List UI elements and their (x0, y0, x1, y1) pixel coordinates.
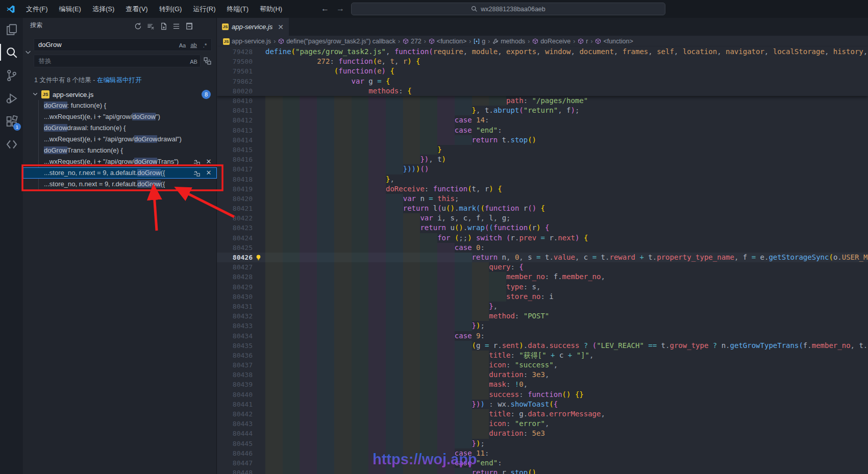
indent-guide (420, 96, 437, 106)
run-debug-icon[interactable] (0, 87, 23, 110)
result-row-7[interactable]: ...store_no, r.next = 9, a.default.doGro… (23, 167, 217, 179)
navigate-back-icon[interactable]: ← (318, 0, 332, 18)
code-line-80441[interactable]: 80441})) : wx.showToast({ (217, 400, 868, 409)
result-row-2[interactable]: ...wxRequest)(e, i + "api/grow/doGrow") (23, 111, 217, 122)
token (571, 390, 575, 398)
menu-item-7[interactable]: 帮助(H) (254, 0, 288, 18)
code-line-80442[interactable]: 80442title: g.data.errorMessage, (217, 409, 868, 419)
menu-item-1[interactable]: 编辑(E) (54, 0, 87, 18)
replace-all-icon[interactable] (203, 57, 212, 65)
command-center-searchbox[interactable]: wx28881238baa06aeb (351, 3, 665, 15)
code-line-80436[interactable]: 80436title: "获得[" + c + "]", (217, 351, 868, 360)
code-line-80434[interactable]: 80434case 9: (217, 331, 868, 341)
open-new-search-editor-icon[interactable] (159, 21, 168, 31)
toggle-replace-chevron-icon[interactable] (24, 48, 33, 57)
breadcrumb-item-2[interactable]: 272 (403, 38, 421, 45)
code-line-80411[interactable]: 80411}, t.abrupt("return", f); (217, 106, 868, 115)
menu-item-5[interactable]: 运行(R) (187, 0, 221, 18)
dismiss-icon[interactable]: ✕ (205, 169, 213, 177)
search-view-icon[interactable] (0, 41, 23, 64)
code-line-80414[interactable]: 80414return t.stop() (217, 135, 868, 145)
code-line-80437[interactable]: 80437icon: "success", (217, 360, 868, 370)
code-line-80429[interactable]: 80429type: s, (217, 282, 868, 292)
breadcrumb-item-5[interactable]: methods (492, 38, 525, 45)
clear-search-results-icon[interactable] (146, 21, 155, 31)
code-line-80431[interactable]: 80431}, (217, 302, 868, 311)
code-line-80422[interactable]: 80422var i, s, c, f, l, g; (217, 213, 868, 223)
code-line-80447[interactable]: 80447case "end": (217, 458, 868, 468)
code-line-80438[interactable]: 80438duration: 3e3, (217, 370, 868, 380)
code-line-80439[interactable]: 80439mask: !0, (217, 380, 868, 389)
code-line-80428[interactable]: 80428member_no: f.member_no, (217, 272, 868, 282)
code-line-80420[interactable]: 80420var n = this; (217, 194, 868, 204)
dismiss-icon[interactable]: ✕ (205, 158, 213, 166)
tab-app-service[interactable]: JS app-service.js ✕ (217, 18, 289, 36)
source-control-icon[interactable] (0, 64, 23, 87)
code-line-79862[interactable]: 79862var g = { (217, 77, 868, 86)
code-line-80419[interactable]: 80419doReceive: function(t, r) { (217, 184, 868, 194)
code-line-80413[interactable]: 80413case "end": (217, 126, 868, 135)
breadcrumb-item-0[interactable]: JSapp-service.js (223, 38, 271, 45)
code-line-80416[interactable]: 80416}), t) (217, 155, 868, 164)
code-line-80435[interactable]: 80435(g = r.sent).data.success ? ("LEV_R… (217, 341, 868, 351)
code-line-79501[interactable]: 79501(function(e) { (217, 66, 868, 76)
code-line-80444[interactable]: 80444duration: 5e3 (217, 429, 868, 438)
code-line-80417[interactable]: 80417})))() (217, 164, 868, 174)
code-line-80433[interactable]: 80433}); (217, 321, 868, 331)
menu-item-2[interactable]: 选择(S) (87, 0, 120, 18)
result-row-4[interactable]: ...wxRequest)(e, i + "/api/grow/doGrowdr… (23, 134, 217, 145)
menu-item-6[interactable]: 终端(T) (221, 0, 254, 18)
result-row-5[interactable]: doGrowTrans: function(e) { (23, 145, 217, 156)
code-line-79500[interactable]: 79500272: function(e, t, r) { (217, 57, 868, 66)
close-tab-icon[interactable]: ✕ (278, 23, 284, 31)
result-file-row[interactable]: JS app-service.js 8 (23, 89, 217, 100)
breadcrumb-item-7[interactable]: r (578, 38, 588, 45)
breadcrumb-item-4[interactable]: g (474, 38, 485, 45)
code-line-80440[interactable]: 80440success: function() {} (217, 390, 868, 400)
code-line-79428[interactable]: 79428define("pages/grow_task2.js", funct… (217, 47, 868, 57)
replace-icon[interactable] (192, 169, 201, 177)
code-line-80410[interactable]: 80410path: "/pages/home" (217, 96, 868, 106)
open-in-editor-link[interactable]: 在编辑器中打开 (97, 77, 142, 84)
code-line-80418[interactable]: 80418}, (217, 174, 868, 184)
extensions-icon[interactable]: 1 (0, 110, 23, 133)
whole-word-icon[interactable]: ab (189, 40, 199, 50)
code-line-80424[interactable]: 80424for (;;) switch (r.prev = r.next) { (217, 233, 868, 243)
result-row-3[interactable]: doGrowdrawal: function(e) { (23, 122, 217, 134)
code-line-80446[interactable]: 80446case 11: (217, 448, 868, 458)
preserve-case-icon[interactable]: AB (189, 57, 199, 66)
breadcrumb-item-3[interactable]: <function> (429, 38, 466, 45)
code-line-80432[interactable]: 80432method: "POST" (217, 311, 868, 321)
code-line-80443[interactable]: 80443icon: "error", (217, 419, 868, 429)
code-line-80415[interactable]: 80415} (217, 145, 868, 155)
code-line-80423[interactable]: 80423return u().wrap((function(r) { (217, 223, 868, 233)
code-line-80425[interactable]: 80425case 0: (217, 243, 868, 253)
code-line-80445[interactable]: 80445}); (217, 439, 868, 448)
breadcrumb-item-8[interactable]: <function> (595, 38, 633, 45)
view-as-tree-icon[interactable] (171, 21, 181, 31)
menu-item-0[interactable]: 文件(F) (20, 0, 54, 18)
navigate-forward-icon[interactable]: → (334, 0, 347, 18)
code-line-80430[interactable]: 80430store_no: i (217, 292, 868, 302)
replace-icon[interactable] (192, 158, 201, 166)
menu-item-3[interactable]: 查看(V) (120, 0, 153, 18)
result-row-6[interactable]: ...wxRequest)(e, i + "/api/grow/doGrowTr… (23, 156, 217, 167)
collapse-all-icon[interactable] (184, 21, 193, 31)
code-line-80421[interactable]: 80421return l(u().mark((function r() { (217, 204, 868, 213)
refresh-icon[interactable] (133, 21, 142, 31)
code-line-80020[interactable]: 80020methods: { (217, 86, 868, 96)
code-line-80448[interactable]: 80448return r.stop() (217, 468, 868, 474)
breadcrumb-item-1[interactable]: define("pages/grow_task2.js") callback (278, 38, 395, 45)
breadcrumb-item-6[interactable]: doReceive (532, 38, 571, 45)
code-brackets-icon[interactable] (0, 133, 23, 156)
menu-item-4[interactable]: 转到(G) (154, 0, 188, 18)
explorer-icon[interactable] (0, 18, 23, 41)
regex-icon[interactable]: .* (200, 40, 210, 50)
match-case-icon[interactable]: Aa (178, 40, 187, 50)
replace-input[interactable] (34, 55, 200, 67)
code-line-80412[interactable]: 80412case 14: (217, 115, 868, 125)
code-line-80427[interactable]: 80427query: { (217, 262, 868, 272)
result-row-1[interactable]: doGrow: function(e) { (23, 100, 217, 111)
result-row-8[interactable]: ...store_no, n.next = 9, r.default.doGro… (23, 179, 217, 190)
code-line-80426[interactable]: 80426return n, 0, s = t.value, c = t.rew… (217, 253, 868, 262)
